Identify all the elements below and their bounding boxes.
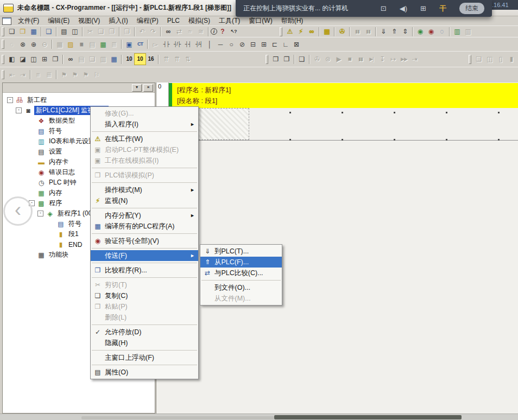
panel-close-button[interactable]: × bbox=[143, 84, 153, 92]
menu-program[interactable]: 编程(P) bbox=[132, 16, 163, 25]
online-simulator-icon[interactable]: ✇ bbox=[337, 26, 348, 37]
force-value-icon[interactable]: ⇅ bbox=[182, 54, 193, 65]
scrollbar-thumb[interactable] bbox=[274, 415, 462, 419]
zoom-fit-icon[interactable]: ◌ bbox=[7, 39, 17, 50]
panel-dropdown-button[interactable]: ▾ bbox=[132, 84, 142, 92]
new-plc-instruction-icon[interactable]: ⊟ bbox=[248, 39, 258, 50]
menu-edit[interactable]: 编辑(E) bbox=[43, 16, 74, 25]
zoom-out-icon[interactable]: ⊖ bbox=[39, 39, 50, 50]
monitor-toolbar-icon[interactable]: ⚡ bbox=[295, 26, 306, 37]
submenu-item-compare-with-plc[interactable]: ⇄ 与PLC比较(C)... bbox=[200, 268, 282, 278]
select-mode-icon[interactable]: ▻ bbox=[150, 39, 161, 50]
new-or-contact-icon[interactable]: ┤┤ bbox=[182, 39, 193, 50]
rung-annotation-icon[interactable]: ▤ bbox=[87, 39, 98, 50]
speaker-icon[interactable]: ◀) bbox=[400, 4, 407, 12]
zoom-custom-icon[interactable]: ⊗ bbox=[17, 39, 28, 50]
cut-icon[interactable]: ✂ bbox=[85, 26, 96, 37]
pause-monitoring-icon[interactable]: ▮▮ bbox=[352, 26, 363, 37]
expand-collapse-box[interactable]: - bbox=[37, 211, 43, 217]
help-icon[interactable]: ? bbox=[217, 26, 228, 37]
menu-item-verify-symbols-all[interactable]: ◉ 验证符号(全部)(V) bbox=[91, 236, 198, 246]
toggle-output-window-icon[interactable]: ◪ bbox=[17, 54, 28, 65]
menu-item-allow-docking[interactable]: ✓ 允许停放(D) bbox=[91, 327, 198, 338]
menu-item-start-plc-pt-simulation[interactable]: ▣ 启动PLC-PT整体模拟(E) bbox=[91, 144, 198, 155]
new-contact-icon[interactable]: ┤├ bbox=[161, 39, 172, 50]
paste-icon[interactable]: ❐ bbox=[106, 26, 117, 37]
window-switch-icon[interactable]: ⊞ bbox=[420, 4, 426, 12]
menu-item-memory-allocation[interactable]: 内存分配(Y) ► bbox=[91, 210, 198, 221]
window-cascade-icon[interactable]: ❏ bbox=[473, 54, 484, 65]
properties-window-icon[interactable]: ❐ bbox=[50, 54, 61, 65]
find-icon[interactable]: ∞ bbox=[163, 26, 174, 37]
submenu-item-from-file[interactable]: 从文件(M)... bbox=[200, 293, 282, 304]
menu-item-work-online-simulator[interactable]: ▣ 工作在线模拟器(I) bbox=[91, 155, 198, 166]
open-project-icon[interactable]: ❒ bbox=[17, 26, 28, 37]
end-session-button[interactable]: 结束 bbox=[459, 3, 484, 14]
menu-item-work-online[interactable]: ⚠ 在线工作(W) bbox=[91, 133, 198, 144]
menu-plc[interactable]: PLC bbox=[163, 16, 184, 25]
menu-insert[interactable]: 插入(I) bbox=[104, 16, 132, 25]
menu-help[interactable]: 帮助(H) bbox=[277, 16, 308, 25]
menu-item-cut[interactable]: ✂ 剪切(T) bbox=[91, 279, 198, 290]
menu-item-copy[interactable]: ❏ 复制(C) bbox=[91, 290, 198, 301]
undo-icon[interactable]: ↶ bbox=[137, 26, 148, 37]
new-function-block-icon[interactable]: ⊏ bbox=[269, 39, 280, 50]
replace-icon[interactable]: ⇄ bbox=[174, 26, 185, 37]
menu-item-float-on-main-window[interactable]: 主窗口上浮动(F) bbox=[91, 352, 198, 363]
monitor-grid-icon[interactable]: ▦ bbox=[98, 39, 109, 50]
line-corner-icon[interactable]: ∟ bbox=[280, 39, 291, 50]
window-tile-v-icon[interactable]: ▯ bbox=[495, 54, 506, 65]
menu-item-insert-program[interactable]: 插入程序(I) ► bbox=[91, 119, 198, 130]
data-trace-icon[interactable]: ▦ bbox=[109, 54, 119, 65]
work-online-toolbar-icon[interactable]: ⚠ bbox=[285, 26, 295, 37]
back-overlay-button[interactable]: ‹ bbox=[3, 196, 33, 226]
download-to-plc-icon[interactable]: ⇓ bbox=[378, 26, 389, 37]
previous-bookmark-icon[interactable]: ⚑ bbox=[70, 69, 80, 80]
window-minimize-all-icon[interactable]: ▮ bbox=[506, 54, 517, 65]
menu-item-modify[interactable]: 修改(G)... bbox=[91, 108, 198, 119]
sim-step-icon[interactable]: ▶| bbox=[366, 54, 377, 65]
toolbar-grip[interactable] bbox=[280, 27, 282, 36]
submenu-item-from-plc[interactable]: ⇑ 从PLC(F)... bbox=[200, 257, 282, 268]
io-comment-icon[interactable]: ❏ bbox=[87, 54, 98, 65]
expand-collapse-box[interactable]: - bbox=[16, 107, 22, 113]
menu-file[interactable]: 文件(F) bbox=[14, 16, 43, 25]
delete-connector-icon[interactable]: ⊠ bbox=[291, 39, 302, 50]
menu-item-properties[interactable]: ▤ 属性(O) bbox=[91, 367, 198, 378]
sim-pause-icon[interactable]: ▮▮ bbox=[355, 54, 366, 65]
list-style2-icon[interactable]: ≣ bbox=[43, 69, 54, 80]
sim-continuous-run-icon[interactable]: ▶▶ bbox=[399, 54, 409, 65]
toggle-cross-reference-icon[interactable]: ⊞ bbox=[39, 54, 50, 65]
print-preview-icon[interactable]: ◫ bbox=[70, 26, 80, 37]
rung-comment-icon[interactable]: ≡ bbox=[76, 39, 87, 50]
rung-shortcut-icon[interactable]: ≣ bbox=[109, 39, 119, 50]
toolbar-grip[interactable] bbox=[266, 55, 268, 64]
toggle-watch-window-icon[interactable]: ◫ bbox=[28, 54, 39, 65]
set-value-icon[interactable]: ⇈ bbox=[161, 54, 172, 65]
transfer-to-file-icon[interactable]: ❒ bbox=[270, 54, 281, 65]
about-icon[interactable]: i bbox=[211, 28, 217, 35]
online-transfer-icon[interactable]: ❑ bbox=[296, 54, 307, 65]
compare-with-plc-toolbar-icon[interactable]: ⇕ bbox=[400, 26, 410, 37]
toggle-project-window-icon[interactable]: ◧ bbox=[7, 54, 17, 65]
sim-stop-icon[interactable]: ■ bbox=[344, 54, 355, 65]
menu-item-monitor[interactable]: ⚡ 监视(N) bbox=[91, 195, 198, 206]
list-style-icon[interactable]: ≡ bbox=[33, 69, 43, 80]
toolbar-grip[interactable] bbox=[469, 55, 471, 64]
new-document-icon[interactable]: ❏ bbox=[7, 26, 17, 37]
change-value-icon[interactable]: ⇈ bbox=[172, 54, 182, 65]
submenu-item-to-file[interactable]: 到文件(O)... bbox=[200, 282, 282, 293]
find-symbol-icon[interactable]: ≈ bbox=[185, 26, 195, 37]
new-or-closed-contact-icon[interactable]: ┤/┤ bbox=[193, 39, 204, 50]
toolbar-grip[interactable] bbox=[2, 27, 4, 36]
menu-item-transfer[interactable]: 传送(F) ► bbox=[91, 250, 198, 261]
display-hex-icon[interactable]: 16 bbox=[146, 54, 156, 65]
new-inverted-instruction-icon[interactable]: ⊞ bbox=[258, 39, 269, 50]
address-reference-icon[interactable]: ▤ bbox=[76, 54, 87, 65]
rung-comments-icon[interactable]: ▥ bbox=[98, 54, 109, 65]
change-plc-model-icon[interactable]: ❑ bbox=[43, 26, 54, 37]
new-closed-coil-icon[interactable]: ⊘ bbox=[237, 39, 248, 50]
decrease-indent-icon[interactable]: ⇤ bbox=[7, 69, 17, 80]
differential-monitor-icon[interactable]: ∞ bbox=[306, 26, 317, 37]
toolbar-grip[interactable] bbox=[2, 55, 4, 64]
